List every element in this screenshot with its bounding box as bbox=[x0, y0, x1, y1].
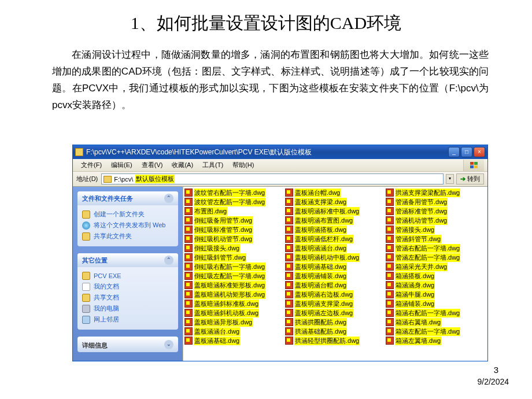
file-name: 箱涵铺装.dwg bbox=[395, 300, 435, 308]
file-item[interactable]: 管涵右配筋一字墙.dwg bbox=[385, 243, 485, 253]
file-name: 盖板暗涵机动矩形板.dwg bbox=[194, 290, 265, 299]
task-share-folder[interactable]: 共享此文件夹 bbox=[82, 231, 173, 242]
other-my-computer[interactable]: 我的电脑 bbox=[82, 303, 173, 314]
file-item[interactable]: 布置图.dwg bbox=[183, 206, 284, 216]
file-item[interactable]: 管涵斜管节.dwg bbox=[385, 234, 485, 243]
dwg-file-icon bbox=[285, 253, 293, 261]
file-item[interactable]: 盖板明涵布置图.dwg bbox=[284, 216, 385, 225]
file-item[interactable]: 箱涵铺装.dwg bbox=[385, 299, 485, 308]
explorer-body: 文件和文件夹任务 ⌃ 创建一个新文件夹 将这个文件夹发布到 Web 共享此文件夹… bbox=[73, 187, 487, 361]
file-item[interactable]: 盖板明涵支撑梁.dwg bbox=[284, 299, 385, 308]
file-name: 拱涵轻型拱圈配筋.dwg bbox=[294, 337, 360, 345]
file-item[interactable]: 管涵机动管节.dwg bbox=[385, 216, 485, 225]
file-item[interactable]: 盖板明涵标准中板.dwg bbox=[284, 206, 385, 216]
file-item[interactable]: 盖板涵基础.dwg bbox=[183, 336, 284, 345]
file-item[interactable]: 箱涵右翼墙.dwg bbox=[385, 317, 485, 327]
file-item[interactable]: 箱涵左翼墙.dwg bbox=[385, 336, 485, 345]
task-publish-web[interactable]: 将这个文件夹发布到 Web bbox=[82, 220, 173, 231]
other-pcv-exe[interactable]: PCV EXE bbox=[82, 271, 173, 281]
file-item[interactable]: 盖板暗涵机动矩形板.dwg bbox=[183, 290, 284, 299]
file-item[interactable]: 倒虹吸备用管节.dwg bbox=[183, 216, 284, 225]
file-name: 盖板明涵铺装.dwg bbox=[294, 272, 347, 280]
file-item[interactable]: 盖板暗涵斜机动板.dwg bbox=[183, 308, 284, 317]
dwg-file-icon bbox=[184, 300, 193, 308]
file-item[interactable]: 管涵左配筋一字墙.dwg bbox=[385, 253, 485, 262]
sidebar-details-header[interactable]: 详细信息 ⌄ bbox=[77, 337, 178, 352]
file-item[interactable]: 箱涵搭板.dwg bbox=[385, 271, 485, 280]
sidebar-tasks-header[interactable]: 文件和文件夹任务 ⌃ bbox=[77, 191, 178, 205]
file-item[interactable]: 倒虹吸接头.dwg bbox=[183, 243, 284, 253]
minimize-button[interactable]: _ bbox=[448, 147, 460, 157]
window-title: F:\pcv\VC++\ARXDEV\code\HITEKPowerCulver… bbox=[86, 147, 448, 157]
file-item[interactable]: 盖板明涵左边板.dwg bbox=[284, 308, 385, 317]
file-item[interactable]: 拱涵拱圈配筋.dwg bbox=[284, 317, 385, 327]
new-folder-icon bbox=[82, 210, 90, 219]
file-item[interactable]: 盖板暗涵斜标准板.dwg bbox=[183, 299, 284, 308]
file-item[interactable]: 盖板明涵基础.dwg bbox=[284, 262, 385, 271]
file-item[interactable]: 盖板暗涵标准矩形板.dwg bbox=[183, 280, 284, 290]
file-item[interactable]: 盖板涵台帽.dwg bbox=[284, 188, 385, 197]
file-item[interactable]: 波纹管左配筋一字墙.dwg bbox=[183, 197, 284, 206]
titlebar[interactable]: F:\pcv\VC++\ARXDEV\code\HITEKPowerCulver… bbox=[73, 145, 487, 159]
file-item[interactable]: 箱涵左配筋一字墙.dwg bbox=[385, 327, 485, 336]
file-item[interactable]: 倒虹吸左配筋一字墙.dwg bbox=[183, 271, 284, 280]
file-item[interactable]: 盖板明涵涵台.dwg bbox=[284, 243, 385, 253]
collapse-icon[interactable]: ⌃ bbox=[164, 256, 173, 265]
file-item[interactable]: 盖板涵涵台.dwg bbox=[183, 327, 284, 336]
file-item[interactable]: 箱涵右配筋一字墙.dwg bbox=[385, 308, 485, 317]
menu-help[interactable]: 帮助(H) bbox=[228, 160, 258, 171]
file-item[interactable]: 拱涵基础配筋.dwg bbox=[284, 327, 385, 336]
other-network[interactable]: 网上邻居 bbox=[82, 314, 173, 325]
address-input[interactable]: F:\pcv\默认版位模板 bbox=[101, 173, 444, 184]
maximize-button[interactable]: □ bbox=[461, 147, 472, 157]
menu-file[interactable]: 文件(F) bbox=[76, 160, 106, 171]
sidebar-details-title: 详细信息 bbox=[82, 339, 108, 350]
menu-view[interactable]: 查看(V) bbox=[137, 160, 168, 171]
other-shared-docs[interactable]: 共享文档 bbox=[82, 292, 173, 303]
file-item[interactable]: 盖板明涵机动中板.dwg bbox=[284, 253, 385, 262]
file-name: 箱涵右翼墙.dwg bbox=[395, 318, 441, 327]
address-path-prefix: F:\pcv\ bbox=[114, 176, 133, 183]
file-item[interactable]: 盖板明涵低栏杆.dwg bbox=[284, 234, 385, 243]
sidebar-other-header[interactable]: 其它位置 ⌃ bbox=[77, 253, 178, 267]
file-item[interactable]: 盖板涵支撑梁.dwg bbox=[284, 197, 385, 206]
file-item[interactable]: 管涵标准管节.dwg bbox=[385, 206, 485, 216]
go-label: 转到 bbox=[467, 175, 480, 183]
dwg-file-icon bbox=[184, 235, 193, 243]
file-name: 波纹管右配筋一字墙.dwg bbox=[194, 189, 265, 197]
close-button[interactable]: × bbox=[474, 147, 485, 157]
file-item[interactable]: 倒虹吸右配筋一字墙.dwg bbox=[183, 262, 284, 271]
file-name: 盖板明涵标准中板.dwg bbox=[294, 207, 360, 216]
sidebar: 文件和文件夹任务 ⌃ 创建一个新文件夹 将这个文件夹发布到 Web 共享此文件夹… bbox=[73, 187, 183, 361]
file-item[interactable]: 盖板明涵搭板.dwg bbox=[284, 225, 385, 234]
menu-edit[interactable]: 编辑(E) bbox=[106, 160, 137, 171]
file-item[interactable]: 盖板明涵右边板.dwg bbox=[284, 290, 385, 299]
address-dropdown-icon[interactable]: ▾ bbox=[446, 174, 454, 184]
file-item[interactable]: 拱涵支撑梁梁配筋.dwg bbox=[385, 188, 485, 197]
file-item[interactable]: 拱涵轻型拱圈配筋.dwg bbox=[284, 336, 385, 345]
file-name: 箱涵右配筋一字墙.dwg bbox=[395, 309, 460, 317]
file-item[interactable]: 管涵接头.dwg bbox=[385, 225, 485, 234]
dwg-file-icon bbox=[285, 290, 293, 298]
address-path-highlight: 默认版位模板 bbox=[135, 175, 175, 183]
expand-icon[interactable]: ⌄ bbox=[164, 340, 173, 349]
menu-tools[interactable]: 工具(T) bbox=[198, 160, 228, 171]
file-item[interactable]: 波纹管右配筋一字墙.dwg bbox=[183, 188, 284, 197]
file-item[interactable]: 倒虹吸斜管节.dwg bbox=[183, 253, 284, 262]
dwg-file-icon bbox=[184, 207, 193, 215]
file-item[interactable]: 箱涵牛腿.dwg bbox=[385, 290, 485, 299]
task-new-folder[interactable]: 创建一个新文件夹 bbox=[82, 209, 173, 220]
file-item[interactable]: 箱涵采光天井.dwg bbox=[385, 262, 485, 271]
collapse-icon[interactable]: ⌃ bbox=[164, 194, 173, 203]
file-item[interactable]: 盖板暗涵异形板.dwg bbox=[183, 317, 284, 327]
file-item[interactable]: 盖板明涵台帽.dwg bbox=[284, 280, 385, 290]
menu-favorites[interactable]: 收藏(A) bbox=[167, 160, 198, 171]
go-button[interactable]: ➔ 转到 bbox=[456, 173, 484, 184]
file-item[interactable]: 箱涵涵身.dwg bbox=[385, 280, 485, 290]
file-item[interactable]: 盖板明涵铺装.dwg bbox=[284, 271, 385, 280]
file-item[interactable]: 管涵备用管节.dwg bbox=[385, 197, 485, 206]
file-item[interactable]: 倒虹吸机动管节.dwg bbox=[183, 234, 284, 243]
other-my-documents[interactable]: 我的文档 bbox=[82, 281, 173, 292]
file-item[interactable]: 倒虹吸标准管节.dwg bbox=[183, 225, 284, 234]
file-list[interactable]: 波纹管右配筋一字墙.dwg波纹管左配筋一字墙.dwg布置图.dwg倒虹吸备用管节… bbox=[183, 187, 487, 361]
